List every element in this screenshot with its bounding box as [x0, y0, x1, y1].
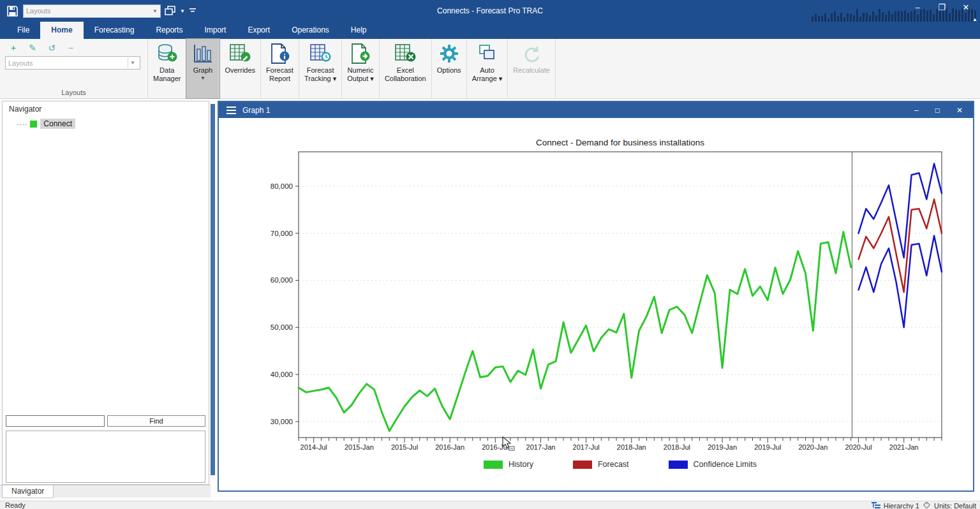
quick-layouts-combo[interactable]: Layouts ▼: [23, 4, 161, 18]
svg-text:2021-Jan: 2021-Jan: [889, 443, 919, 451]
legend-item-confidence-limits: Confidence Limits: [669, 460, 757, 469]
tab-home[interactable]: Home: [40, 22, 83, 39]
svg-text:2017-Jan: 2017-Jan: [526, 443, 556, 451]
navigator-box: Navigator ---- Connect Find: [2, 101, 209, 485]
ribbon-buttons: Data ManagerGraph▼OverridesForecast Repo…: [148, 39, 556, 98]
tab-import[interactable]: Import: [193, 22, 237, 39]
panel-tab-strip: Navigator: [0, 485, 211, 498]
graph-button[interactable]: Graph▼: [186, 39, 219, 98]
graph-close-button[interactable]: ✕: [956, 106, 963, 115]
ribbon-button-label: Options: [437, 66, 461, 75]
chevron-down-icon: ▼: [200, 75, 205, 81]
window-cascade-icon[interactable]: [165, 6, 176, 16]
series-forecast: [859, 200, 942, 292]
hamburger-menu-icon[interactable]: [226, 107, 236, 114]
table-clock-icon: [309, 42, 332, 65]
svg-text:2015-Jul: 2015-Jul: [391, 443, 418, 451]
svg-text:60,000: 60,000: [271, 276, 293, 284]
svg-text:2020-Jan: 2020-Jan: [798, 443, 828, 451]
tree-item-connect[interactable]: ---- Connect: [17, 119, 209, 129]
recalculate-button: Recalculate: [508, 39, 555, 98]
legend-label: Confidence Limits: [694, 460, 757, 469]
status-ready: Ready: [5, 501, 26, 509]
svg-text:2016-Jan: 2016-Jan: [435, 443, 464, 451]
svg-text:50,000: 50,000: [271, 323, 293, 331]
find-button[interactable]: Find: [107, 415, 205, 427]
tree-branch-dashes: ----: [17, 121, 27, 128]
data-manager-button[interactable]: Data Manager: [148, 39, 186, 98]
svg-text:40,000: 40,000: [271, 371, 293, 378]
ribbon: +✎↺− Layouts ▼ Layouts Data ManagerGraph…: [0, 39, 980, 99]
edit-layout-button[interactable]: ✎: [24, 41, 41, 54]
legend-swatch: [669, 461, 688, 469]
ribbon-button-label: Auto Arrange ▾: [472, 66, 503, 83]
quick-layouts-placeholder: Layouts: [26, 7, 51, 15]
database-add-icon: [156, 42, 178, 65]
auto-arrange-button[interactable]: Auto Arrange ▾: [467, 39, 509, 98]
tree-item-label[interactable]: Connect: [40, 119, 75, 129]
graph-window-header[interactable]: Graph 1 – □ ✕: [219, 102, 973, 118]
forecast-report-button[interactable]: Forecast Report: [261, 39, 299, 98]
graph-window-title: Graph 1: [242, 106, 270, 115]
graph-minimize-button[interactable]: –: [914, 106, 919, 115]
chevron-down-icon[interactable]: ▼: [128, 57, 137, 68]
minimize-button[interactable]: –: [912, 3, 923, 12]
forecast-chart[interactable]: 30,00040,00050,00060,00070,00080,0002014…: [219, 118, 973, 491]
ribbon-button-label: Overrides: [225, 66, 255, 75]
graph-window-body: Connect - Demand for business installati…: [219, 118, 973, 491]
svg-text:2015-Jan: 2015-Jan: [345, 443, 374, 451]
svg-text:2018-Jul: 2018-Jul: [664, 443, 690, 451]
tab-file[interactable]: File: [6, 22, 40, 39]
ribbon-button-label: Graph: [193, 66, 213, 75]
remove-layout-button[interactable]: −: [63, 41, 79, 54]
windows-icon: [476, 42, 498, 65]
mdi-edge-strip: [211, 104, 215, 475]
tab-forecasting[interactable]: Forecasting: [84, 22, 145, 39]
tab-operations[interactable]: Operations: [281, 22, 340, 39]
chevron-down-icon[interactable]: ▼: [180, 8, 185, 14]
legend-item-history: History: [484, 460, 533, 469]
layouts-combo[interactable]: Layouts ▼: [5, 56, 140, 70]
gear-icon: [438, 42, 460, 65]
svg-text:2017-Jul: 2017-Jul: [573, 443, 600, 451]
ribbon-button-label: Numeric Output ▾: [347, 66, 374, 83]
tab-reports[interactable]: Reports: [145, 22, 193, 39]
find-results-box[interactable]: [6, 431, 205, 483]
excel-icon: [394, 42, 417, 65]
legend-swatch: [573, 461, 592, 469]
excel-collaboration-button[interactable]: Excel Collaboration: [380, 39, 432, 98]
graph-maximize-button[interactable]: □: [935, 106, 940, 115]
navigator-panel: Navigator ---- Connect Find Navigator: [0, 99, 211, 501]
svg-text:80,000: 80,000: [271, 182, 293, 190]
numeric-output-button[interactable]: Numeric Output ▾: [342, 39, 380, 98]
save-icon[interactable]: [5, 4, 19, 18]
tab-help[interactable]: Help: [340, 22, 378, 39]
svg-text:2018-Jan: 2018-Jan: [617, 443, 646, 451]
options-button[interactable]: Options: [432, 39, 467, 98]
layouts-group: +✎↺− Layouts ▼ Layouts: [0, 39, 148, 98]
restore-button[interactable]: ❐: [937, 3, 947, 12]
chevron-down-icon[interactable]: ▼: [152, 8, 158, 14]
tab-navigator[interactable]: Navigator: [2, 485, 54, 498]
overrides-button[interactable]: Overrides: [219, 39, 261, 98]
legend-swatch: [484, 461, 503, 469]
units-tag-icon: [923, 501, 931, 509]
layouts-mini-toolbar: +✎↺−: [5, 41, 142, 54]
ribbon-button-label: Excel Collaboration: [385, 66, 426, 83]
forecast-tracking-button[interactable]: Forecast Tracking ▾: [299, 39, 342, 98]
series-confidence-lower: [859, 235, 942, 327]
navigator-title: Navigator: [3, 101, 209, 114]
undo-layout-button[interactable]: ↺: [43, 41, 60, 54]
tab-export[interactable]: Export: [237, 22, 281, 39]
close-button[interactable]: ✕: [961, 3, 971, 12]
add-layout-button[interactable]: +: [5, 41, 22, 54]
find-input[interactable]: [6, 415, 105, 427]
status-units[interactable]: Units: Default: [934, 502, 976, 509]
quick-access-toolbar: Layouts ▼ ▼: [0, 4, 197, 18]
app-title-bar: Layouts ▼ ▼ Connects - Forecast Pro TRAC…: [0, 0, 980, 22]
report-info-icon: [269, 42, 292, 65]
status-hierarchy[interactable]: Hierarchy 1: [884, 502, 919, 509]
svg-text:2019-Jul: 2019-Jul: [754, 443, 781, 451]
customize-toolbar-icon[interactable]: [189, 7, 197, 15]
ribbon-button-label: Forecast Report: [266, 66, 293, 83]
